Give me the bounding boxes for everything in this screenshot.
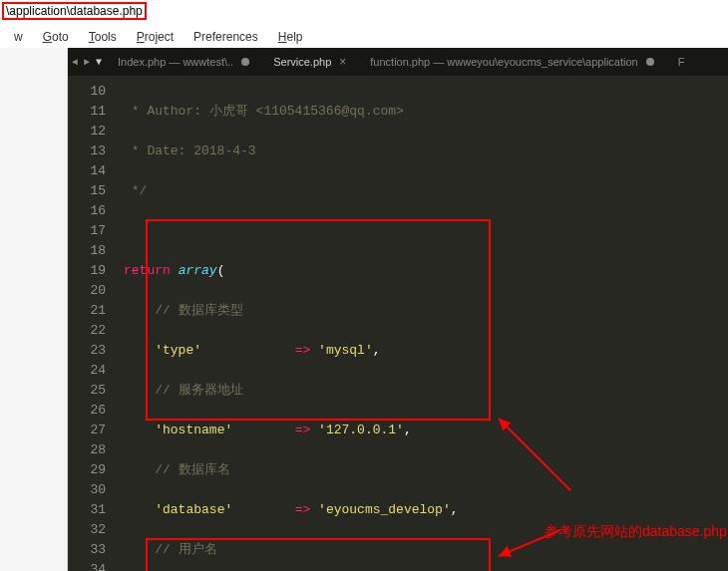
- code-text: // 用户名: [155, 542, 216, 557]
- line-number: 12: [68, 122, 106, 142]
- code-area[interactable]: 10 11 12 13 14 15 16 17 18 19 20 21 22 2…: [68, 76, 728, 571]
- line-number: 20: [68, 281, 106, 301]
- code-text: 'hostname': [155, 423, 232, 437]
- tab-prev-icon[interactable]: ◄: [70, 57, 80, 68]
- line-number: 21: [68, 301, 106, 321]
- code-text: (: [217, 263, 225, 278]
- tab-label: Index.php — wwwtest\..: [118, 56, 233, 68]
- menubar: w Goto Tools Project Preferences Help: [0, 26, 728, 48]
- line-number: 19: [68, 261, 106, 281]
- line-number: 28: [68, 440, 106, 460]
- code-text: 'eyoucms_develop': [318, 502, 451, 517]
- code-text: * Author: 小虎哥 <1105415366@qq.com>: [124, 104, 404, 119]
- menu-preferences[interactable]: Preferences: [183, 28, 268, 46]
- tab-label: Service.php: [273, 56, 331, 68]
- menu-project[interactable]: Project: [127, 28, 183, 46]
- code-text: ,: [404, 423, 412, 437]
- code-text: // 数据库类型: [155, 303, 242, 318]
- code-text: 'database': [155, 502, 232, 517]
- menu-tools[interactable]: Tools: [79, 28, 127, 46]
- line-number: 25: [68, 381, 106, 401]
- line-number: 11: [68, 102, 106, 122]
- line-number: 24: [68, 361, 106, 381]
- menu-goto[interactable]: Goto: [33, 28, 79, 46]
- code-text: ,: [373, 343, 381, 358]
- tab-index[interactable]: Index.php — wwwtest\..: [106, 48, 261, 76]
- line-number: 27: [68, 421, 106, 440]
- tab-label: function.php — wwweyou\eyoucms_service\a…: [370, 56, 637, 68]
- line-number: 23: [68, 341, 106, 361]
- tab-next-icon[interactable]: ►: [82, 57, 92, 68]
- tab-service[interactable]: Service.php ×: [261, 48, 358, 76]
- code-text: =>: [295, 502, 311, 517]
- title-path: \application\database.php: [2, 2, 147, 20]
- line-number: 33: [68, 540, 106, 560]
- code-text: // 数据库名: [155, 462, 229, 477]
- gutter: 10 11 12 13 14 15 16 17 18 19 20 21 22 2…: [68, 76, 118, 571]
- line-number: 31: [68, 500, 106, 520]
- close-icon[interactable]: ×: [339, 55, 346, 69]
- line-number: 13: [68, 142, 106, 161]
- code-text: 'mysql': [318, 343, 373, 358]
- code-text: 'type': [155, 343, 201, 358]
- line-number: 15: [68, 181, 106, 201]
- menu-help[interactable]: Help: [268, 28, 313, 46]
- line-number: 34: [68, 560, 106, 571]
- code-text: array: [179, 263, 217, 278]
- editor: ◄ ► ▼ Index.php — wwwtest\.. Service.php…: [68, 48, 728, 571]
- line-number: 22: [68, 321, 106, 341]
- tab-label: F: [678, 56, 685, 68]
- line-number: 32: [68, 520, 106, 540]
- code-text: ,: [451, 502, 459, 517]
- menu-view[interactable]: w: [4, 28, 33, 46]
- tab-more[interactable]: F: [666, 48, 697, 76]
- code-text: // 服务器地址: [155, 383, 242, 398]
- line-number: 17: [68, 221, 106, 241]
- code-text: * Date: 2018-4-3: [124, 143, 256, 158]
- dirty-indicator-icon: [241, 58, 249, 66]
- code-text: =>: [295, 343, 311, 358]
- tab-function[interactable]: function.php — wwweyou\eyoucms_service\a…: [358, 48, 665, 76]
- line-number: 18: [68, 241, 106, 261]
- code-content[interactable]: * Author: 小虎哥 <1105415366@qq.com> * Date…: [118, 76, 728, 571]
- code-text: '127.0.0.1': [318, 423, 404, 437]
- tabbar: ◄ ► ▼ Index.php — wwwtest\.. Service.php…: [68, 48, 728, 76]
- code-text: return: [124, 263, 171, 278]
- tab-list-icon[interactable]: ▼: [94, 57, 104, 68]
- line-number: 30: [68, 480, 106, 500]
- line-number: 26: [68, 401, 106, 421]
- annotation-line: 参考原先网站的database.php: [545, 522, 727, 540]
- tab-nav[interactable]: ◄ ► ▼: [68, 48, 106, 76]
- dirty-indicator-icon: [646, 58, 654, 66]
- line-number: 29: [68, 460, 106, 480]
- sidebar: [0, 48, 68, 571]
- code-text: =>: [295, 423, 311, 437]
- line-number: 14: [68, 161, 106, 181]
- line-number: 10: [68, 82, 106, 102]
- line-number: 16: [68, 201, 106, 221]
- code-text: */: [124, 183, 147, 198]
